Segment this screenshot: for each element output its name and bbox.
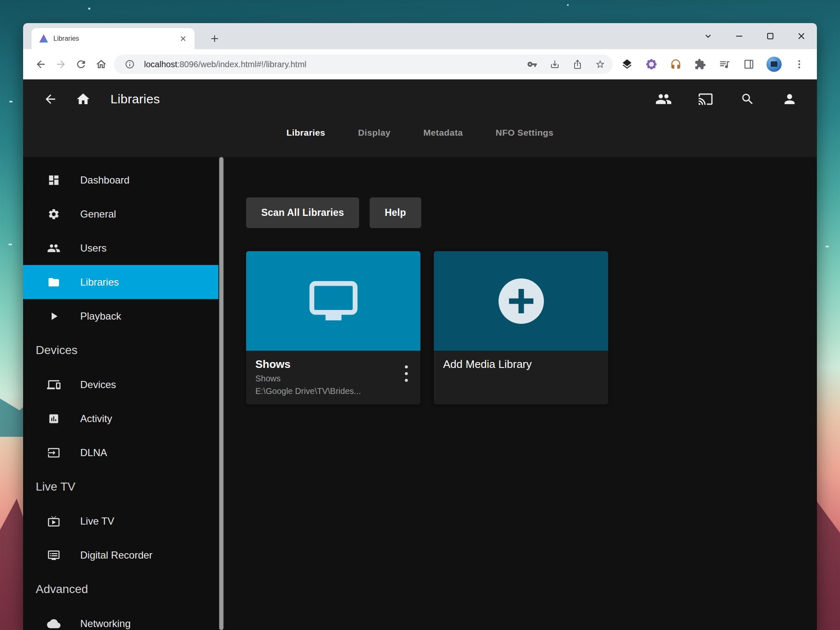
bookmark-star-icon[interactable] bbox=[592, 56, 609, 73]
close-window-button[interactable] bbox=[797, 32, 806, 41]
reload-button[interactable] bbox=[71, 54, 91, 74]
add-card-title: Add Media Library bbox=[443, 358, 599, 371]
home-button[interactable] bbox=[91, 54, 111, 74]
tab-metadata[interactable]: Metadata bbox=[423, 128, 463, 138]
back-button[interactable] bbox=[31, 54, 51, 74]
person-icon[interactable] bbox=[780, 89, 799, 109]
library-menu-kebab-icon[interactable] bbox=[398, 361, 415, 386]
sidebar-section-live-tv: Live TV bbox=[23, 470, 218, 504]
sidebar-item-label: Users bbox=[80, 242, 107, 254]
wallpaper-star bbox=[825, 246, 829, 247]
info-icon[interactable] bbox=[121, 56, 138, 73]
sidebar-item-dlna[interactable]: DLNA bbox=[23, 436, 218, 470]
sidebar-item-label: General bbox=[80, 208, 116, 220]
sidebar-item-digital-recorder[interactable]: Digital Recorder bbox=[23, 538, 218, 572]
page-title: Libraries bbox=[110, 92, 160, 106]
home-icon[interactable] bbox=[74, 89, 93, 109]
window-controls bbox=[704, 23, 806, 49]
tab-title: Libraries bbox=[53, 35, 173, 42]
side-panel-icon[interactable] bbox=[742, 58, 756, 71]
add-media-library-card[interactable]: Add Media Library bbox=[434, 251, 608, 404]
browser-toolbar: localhost:8096/web/index.html#!/library.… bbox=[23, 49, 817, 79]
maximize-button[interactable] bbox=[766, 32, 775, 41]
dvr-icon bbox=[47, 548, 61, 562]
wallpaper-star bbox=[567, 4, 569, 6]
tab-display[interactable]: Display bbox=[358, 128, 391, 138]
sidebar-item-label: Digital Recorder bbox=[80, 549, 152, 561]
gear-icon bbox=[47, 207, 61, 221]
library-card-image[interactable] bbox=[246, 251, 420, 351]
sidebar-item-playback[interactable]: Playback bbox=[23, 299, 218, 333]
library-card-info: Shows Shows E:\Google Drive\TV\Brides... bbox=[246, 351, 420, 404]
headphones-extension-icon[interactable] bbox=[669, 58, 682, 71]
wallpaper-star bbox=[88, 8, 90, 10]
add-card-info: Add Media Library bbox=[434, 351, 608, 403]
scan-all-libraries-button[interactable]: Scan All Libraries bbox=[246, 197, 359, 228]
tab-nfo-settings[interactable]: NFO Settings bbox=[496, 128, 554, 138]
profile-avatar[interactable] bbox=[766, 57, 782, 72]
sidebar-item-general[interactable]: General bbox=[23, 197, 218, 231]
install-icon[interactable] bbox=[546, 56, 563, 73]
address-bar[interactable]: localhost:8096/web/index.html#!/library.… bbox=[114, 55, 613, 74]
wallpaper-star bbox=[9, 101, 13, 102]
help-button[interactable]: Help bbox=[370, 197, 421, 228]
back-arrow-icon[interactable] bbox=[41, 89, 60, 109]
search-icon[interactable] bbox=[738, 89, 757, 109]
sidebar-item-devices[interactable]: Devices bbox=[23, 368, 218, 402]
sidebar-section-devices: Devices bbox=[23, 333, 218, 368]
users-group-icon[interactable] bbox=[654, 89, 673, 109]
tab-search-chevron-icon[interactable] bbox=[704, 32, 713, 41]
users-icon bbox=[47, 241, 61, 255]
playlist-extension-icon[interactable] bbox=[718, 58, 731, 71]
browser-titlebar: Libraries bbox=[23, 23, 817, 49]
flower-extension-icon[interactable] bbox=[645, 58, 658, 71]
sidebar-item-libraries[interactable]: Libraries bbox=[23, 265, 218, 299]
monitor-icon bbox=[308, 281, 359, 321]
sidebar-item-dashboard[interactable]: Dashboard bbox=[23, 163, 218, 197]
actions-row: Scan All Libraries Help bbox=[246, 197, 817, 228]
devices-icon bbox=[47, 378, 61, 392]
minimize-button[interactable] bbox=[735, 32, 744, 41]
settings-tabs: Libraries Display Metadata NFO Settings bbox=[23, 118, 817, 157]
browser-menu-kebab-icon[interactable] bbox=[793, 58, 806, 71]
sidebar-scrollbar[interactable] bbox=[218, 157, 224, 630]
sidebar-item-networking[interactable]: Networking bbox=[23, 606, 218, 630]
cast-icon[interactable] bbox=[696, 89, 715, 109]
tab-close-icon[interactable] bbox=[178, 33, 189, 44]
sidebar-item-label: Playback bbox=[80, 310, 121, 322]
extensions-area bbox=[617, 57, 809, 72]
sidebar-item-label: Dashboard bbox=[80, 174, 129, 186]
tab-libraries[interactable]: Libraries bbox=[286, 128, 325, 138]
library-cards: Shows Shows E:\Google Drive\TV\Brides...… bbox=[246, 251, 817, 404]
sidebar-item-label: Activity bbox=[80, 413, 112, 425]
url-path: :8096/web/index.html#!/library.html bbox=[177, 60, 307, 69]
add-card-image[interactable] bbox=[434, 251, 608, 351]
activity-chart-icon bbox=[47, 412, 61, 426]
sidebar-item-live-tv[interactable]: Live TV bbox=[23, 504, 218, 538]
dashboard-icon bbox=[47, 173, 61, 187]
library-title: Shows bbox=[255, 358, 411, 371]
puzzle-extensions-icon[interactable] bbox=[693, 58, 707, 71]
app-body: Dashboard General Users bbox=[23, 157, 817, 630]
layers-extension-icon[interactable] bbox=[620, 58, 634, 71]
browser-tab[interactable]: Libraries bbox=[32, 28, 194, 49]
sidebar-item-label: Devices bbox=[80, 379, 116, 391]
sidebar: Dashboard General Users bbox=[23, 157, 218, 630]
plus-circle-icon bbox=[499, 278, 544, 324]
sidebar-scrollbar-thumb[interactable] bbox=[219, 157, 223, 630]
sidebar-item-label: Networking bbox=[80, 618, 131, 630]
input-icon bbox=[47, 446, 61, 460]
libraries-content: Scan All Libraries Help bbox=[224, 157, 817, 630]
forward-button[interactable] bbox=[51, 54, 71, 74]
url-text[interactable]: localhost:8096/web/index.html#!/library.… bbox=[144, 60, 518, 69]
desktop: { "window_controls": { "icons": ["tab-se… bbox=[0, 0, 840, 630]
new-tab-button[interactable] bbox=[206, 30, 223, 47]
password-key-icon[interactable] bbox=[524, 56, 541, 73]
browser-window: Libraries bbox=[23, 23, 817, 630]
share-icon[interactable] bbox=[569, 56, 586, 73]
sidebar-item-users[interactable]: Users bbox=[23, 231, 218, 265]
play-icon bbox=[47, 309, 61, 323]
sidebar-item-activity[interactable]: Activity bbox=[23, 402, 218, 436]
sidebar-section-advanced: Advanced bbox=[23, 572, 218, 606]
sidebar-item-label: Live TV bbox=[80, 515, 114, 527]
